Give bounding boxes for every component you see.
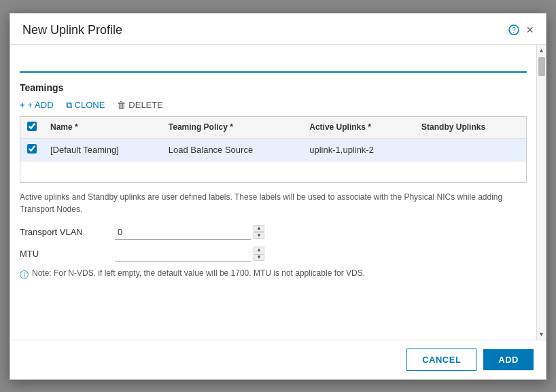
row-standby-uplinks [415,138,526,161]
transport-vlan-input[interactable] [115,225,251,240]
row-checkbox-cell [20,138,44,161]
table-header-row: Name * Teaming Policy * Active Uplinks *… [20,117,526,139]
dialog-header: New Uplink Profile ? × [10,14,546,45]
trash-icon: 🗑 [117,100,126,110]
note-text: Note: For N-VDS, if left empty, the defa… [32,268,365,278]
svg-text:?: ? [512,26,517,34]
mtu-spinner: ▲ ▼ [254,247,264,261]
note-row: ⓘ Note: For N-VDS, if left empty, the de… [20,268,527,281]
delete-label: DELETE [128,100,163,110]
add-icon: + [20,100,25,110]
transport-vlan-label: Transport VLAN [20,227,115,237]
info-text: Active uplinks and Standby uplinks are u… [20,191,527,215]
clone-icon: ⧉ [66,100,72,111]
row-checkbox[interactable] [27,144,37,154]
mtu-input[interactable] [115,247,251,262]
dialog-footer: CANCEL ADD [10,340,546,379]
cancel-button[interactable]: CANCEL [406,349,476,371]
name-input-section [20,45,527,79]
header-checkbox[interactable] [27,122,37,131]
add-button[interactable]: + + ADD [20,100,54,110]
mtu-row: MTU ▲ ▼ [20,247,527,262]
help-icon[interactable]: ? [507,23,521,37]
info-icon: ⓘ [20,269,29,281]
col-active-uplinks: Active Uplinks * [302,117,415,139]
header-checkbox-cell [20,117,44,139]
add-submit-button[interactable]: ADD [483,349,534,370]
teamings-table-container: Name * Teaming Policy * Active Uplinks *… [20,116,527,183]
scroll-arrow-down[interactable]: ▼ [538,330,546,338]
mtu-up[interactable]: ▲ [254,247,264,253]
clone-label: CLONE [75,100,105,110]
table-row[interactable]: [Default Teaming] Load Balance Source up… [20,138,526,161]
mtu-label: MTU [20,249,115,259]
transport-vlan-input-wrap: ▲ ▼ [115,225,264,240]
scroll-arrow-up[interactable]: ▲ [538,46,546,54]
transport-vlan-spinner: ▲ ▼ [254,225,264,239]
teamings-table: Name * Teaming Policy * Active Uplinks *… [20,117,526,182]
empty-row [20,161,526,181]
teamings-toolbar: + + ADD ⧉ CLONE 🗑 DELETE [20,100,527,111]
mtu-down[interactable]: ▼ [254,254,264,261]
transport-vlan-up[interactable]: ▲ [254,225,264,232]
close-icon[interactable]: × [526,23,534,37]
col-teaming-policy: Teaming Policy * [162,117,302,139]
row-name: [Default Teaming] [44,138,162,161]
name-input[interactable] [20,54,527,73]
header-icons: ? × [507,23,534,37]
transport-vlan-down[interactable]: ▼ [254,232,264,239]
dialog-title: New Uplink Profile [22,23,122,37]
add-label: + ADD [28,100,54,110]
col-name: Name * [44,117,162,139]
row-teaming-policy: Load Balance Source [162,138,302,161]
scroll-thumb[interactable] [538,57,545,76]
scrollbar[interactable]: ▲ ▼ [536,45,546,340]
transport-vlan-row: Transport VLAN ▲ ▼ [20,225,527,240]
row-active-uplinks: uplink-1,uplink-2 [302,138,415,161]
col-standby-uplinks: Standby Uplinks [415,117,526,139]
mtu-input-wrap: ▲ ▼ [115,247,264,262]
teamings-label: Teamings [20,82,527,93]
clone-button[interactable]: ⧉ CLONE [66,100,105,111]
delete-button[interactable]: 🗑 DELETE [117,100,163,110]
teamings-section: Teamings + + ADD ⧉ CLONE 🗑 DELETE [20,79,527,287]
